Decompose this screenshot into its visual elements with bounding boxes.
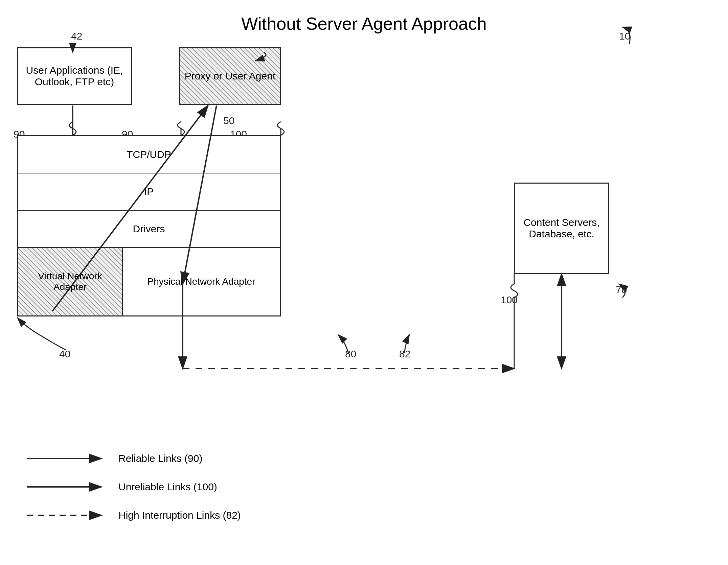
virtual-adapter: Virtual Network Adapter: [18, 248, 123, 315]
proxy-label: Proxy or User Agent: [185, 70, 275, 82]
legend: Reliable Links (90) Unreliable Links (10…: [27, 453, 241, 538]
network-stack: TCP/UDP IP Drivers Virtual Network Adapt…: [17, 135, 281, 316]
virtual-adapter-label: Virtual Network Adapter: [21, 271, 119, 292]
tcp-udp-row: TCP/UDP: [18, 136, 280, 173]
ref-50: 50: [223, 115, 234, 126]
drivers-label: Drivers: [18, 223, 280, 235]
box-proxy: Proxy or User Agent: [179, 47, 281, 105]
high-interruption-line-icon: [27, 510, 108, 520]
legend-reliable: Reliable Links (90): [27, 453, 241, 464]
tcp-udp-label: TCP/UDP: [18, 149, 280, 160]
page-title: Without Server Agent Approach: [241, 14, 487, 34]
ip-label: IP: [18, 186, 280, 197]
box-content-servers: Content Servers, Database, etc.: [514, 183, 609, 274]
reliable-links-label: Reliable Links (90): [118, 453, 202, 464]
diagram: Without Server Agent Approach 10 User Ap…: [0, 0, 728, 565]
box-user-applications: User Applications (IE, Outlook, FTP etc): [17, 47, 132, 105]
high-interruption-links-label: High Interruption Links (82): [118, 510, 241, 521]
ref-10: 10: [619, 30, 630, 42]
physical-adapter-label: Physical Network Adapter: [147, 276, 255, 287]
user-applications-label: User Applications (IE, Outlook, FTP etc): [21, 65, 128, 88]
ref-100b: 100: [501, 294, 518, 306]
ref-80: 80: [345, 348, 356, 360]
physical-adapter: Physical Network Adapter: [123, 248, 280, 315]
content-servers-label: Content Servers, Database, etc.: [519, 217, 605, 240]
ref-42: 42: [71, 30, 82, 42]
drivers-row: Drivers: [18, 211, 280, 248]
legend-unreliable: Unreliable Links (100): [27, 481, 241, 493]
adapters-row: Virtual Network Adapter Physical Network…: [18, 248, 280, 315]
ip-row: IP: [18, 173, 280, 211]
ref-70: 70: [616, 284, 627, 296]
ref-82: 82: [399, 348, 410, 360]
unreliable-links-label: Unreliable Links (100): [118, 481, 217, 493]
ref-40: 40: [59, 348, 70, 360]
unreliable-line-icon: [27, 482, 108, 492]
legend-high-interruption: High Interruption Links (82): [27, 510, 241, 521]
reliable-line-icon: [27, 453, 108, 464]
